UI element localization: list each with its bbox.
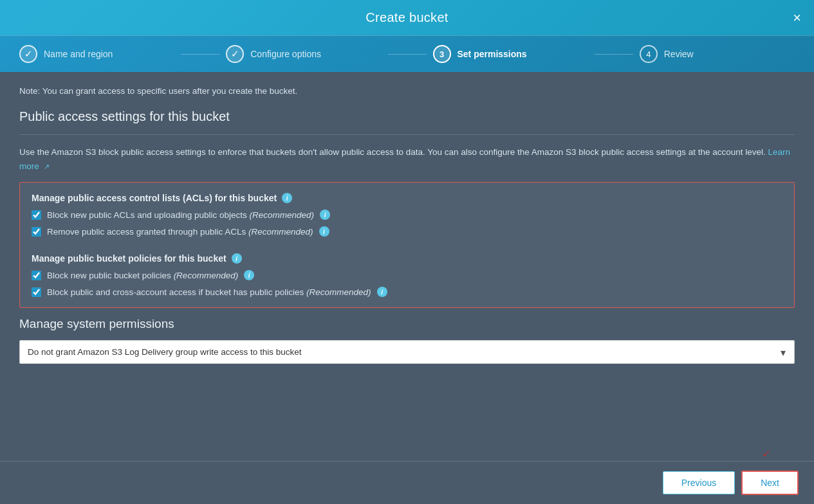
step-divider-1 — [181, 54, 219, 55]
checkbox-1-info-icon[interactable]: i — [320, 210, 330, 220]
step-1-checkmark: ✓ — [24, 48, 33, 60]
step-2-circle: ✓ — [226, 45, 244, 63]
checkbox-block-new-acls-input[interactable] — [32, 210, 41, 220]
steps-bar: ✓ Name and region ✓ Configure options 3 … — [0, 35, 814, 72]
step-1-label: Name and region — [44, 49, 113, 59]
previous-button[interactable]: Previous — [663, 471, 735, 494]
step-set-permissions: 3 Set permissions — [433, 45, 588, 63]
step-2-label: Configure options — [250, 49, 321, 59]
note-text: Note: You can grant access to specific u… — [19, 85, 795, 98]
checkbox-block-new-policies-input[interactable] — [32, 271, 41, 280]
public-access-title: Public access settings for this bucket — [19, 109, 795, 124]
modal-footer: ↓ Previous Next — [0, 461, 814, 504]
checkbox-remove-public-acls[interactable]: Remove public access granted through pub… — [32, 226, 782, 237]
checkbox-block-new-acls-label: Block new public ACLs and uploading publ… — [47, 210, 314, 220]
log-delivery-dropdown[interactable]: Do not grant Amazon S3 Log Delivery grou… — [19, 340, 795, 364]
system-perm-title: Manage system permissions — [19, 317, 795, 331]
section-divider — [19, 134, 795, 135]
modal-header: Create bucket × — [0, 0, 814, 35]
step-name-region: ✓ Name and region — [19, 45, 174, 63]
checkbox-remove-public-acls-input[interactable] — [32, 227, 41, 237]
step-1-circle: ✓ — [19, 45, 37, 63]
checkbox-1-recommended: (Recommended) — [249, 210, 314, 220]
step-4-number: 4 — [646, 50, 651, 59]
checkbox-block-new-policies-label: Block new public bucket policies (Recomm… — [47, 271, 238, 280]
subsection-gap — [32, 243, 782, 247]
checkbox-block-cross-account-label: Block public and cross-account access if… — [47, 287, 371, 297]
acl-box: Manage public access control lists (ACLs… — [19, 182, 795, 308]
checkbox-block-cross-account-input[interactable] — [32, 287, 41, 297]
step-divider-3 — [595, 54, 633, 55]
external-link-icon: ↗ — [44, 163, 50, 170]
checkbox-remove-public-acls-label: Remove public access granted through pub… — [47, 227, 313, 237]
public-access-desc: Use the Amazon S3 block public access se… — [19, 145, 795, 173]
step-4-circle: 4 — [640, 45, 658, 63]
step-divider-2 — [388, 54, 427, 55]
policy-section-title: Manage public bucket policies for this b… — [32, 253, 782, 264]
checkbox-2-recommended: (Recommended) — [248, 227, 313, 237]
acl-title-info-icon[interactable]: i — [282, 193, 292, 203]
checkbox-3-info-icon[interactable]: i — [244, 270, 254, 280]
step-3-label: Set permissions — [458, 49, 527, 59]
acl-section-title: Manage public access control lists (ACLs… — [32, 193, 782, 203]
log-delivery-dropdown-wrapper: Do not grant Amazon S3 Log Delivery grou… — [19, 340, 795, 364]
checkbox-4-info-icon[interactable]: i — [377, 287, 387, 297]
modal-content: Note: You can grant access to specific u… — [0, 72, 814, 461]
step-3-circle: 3 — [433, 45, 451, 63]
checkbox-block-new-acls[interactable]: Block new public ACLs and uploading publ… — [32, 210, 782, 220]
step-3-number: 3 — [439, 50, 444, 59]
checkbox-block-new-policies[interactable]: Block new public bucket policies (Recomm… — [32, 270, 782, 280]
checkbox-2-info-icon[interactable]: i — [319, 226, 329, 237]
checkbox-block-cross-account[interactable]: Block public and cross-account access if… — [32, 287, 782, 297]
checkbox-4-recommended: (Recommended) — [306, 287, 371, 297]
modal-title: Create bucket — [365, 10, 448, 25]
step-4-label: Review — [664, 49, 694, 59]
checkbox-3-recommended: (Recommended) — [174, 271, 239, 280]
step-2-checkmark: ✓ — [231, 48, 239, 60]
step-configure-options: ✓ Configure options — [226, 45, 381, 63]
close-button[interactable]: × — [793, 11, 801, 25]
next-button[interactable]: Next — [741, 471, 799, 495]
policy-title-info-icon[interactable]: i — [232, 253, 242, 264]
step-review: 4 Review — [640, 45, 795, 63]
